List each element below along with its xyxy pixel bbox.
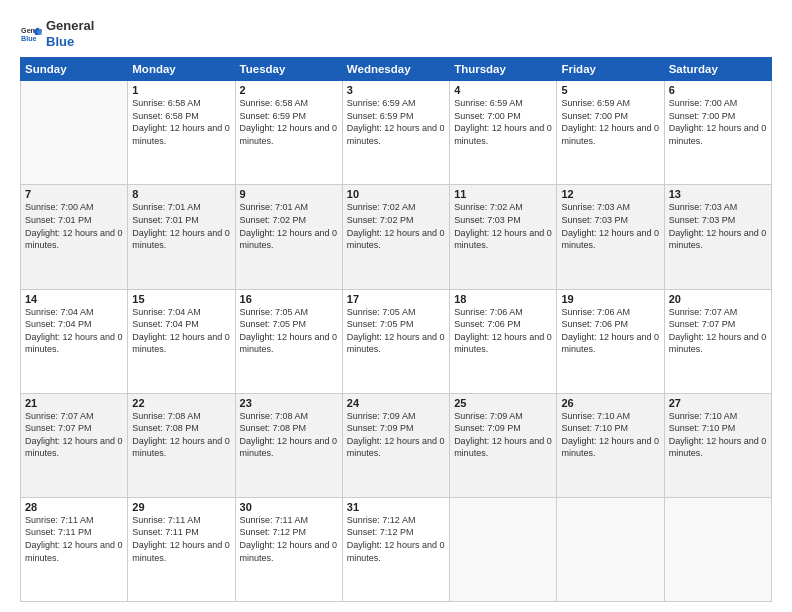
day-info: Sunrise: 7:09 AMSunset: 7:09 PMDaylight:…	[347, 410, 445, 460]
svg-text:Blue: Blue	[21, 34, 37, 42]
day-number: 16	[240, 293, 338, 305]
calendar-cell	[450, 497, 557, 601]
weekday-header: Tuesday	[235, 58, 342, 81]
weekday-header: Monday	[128, 58, 235, 81]
weekday-header: Wednesday	[342, 58, 449, 81]
day-number: 31	[347, 501, 445, 513]
calendar-cell: 15Sunrise: 7:04 AMSunset: 7:04 PMDayligh…	[128, 289, 235, 393]
calendar-cell: 30Sunrise: 7:11 AMSunset: 7:12 PMDayligh…	[235, 497, 342, 601]
logo-text: General Blue	[46, 18, 94, 49]
day-number: 3	[347, 84, 445, 96]
logo-icon: General Blue	[20, 23, 42, 45]
calendar-cell: 11Sunrise: 7:02 AMSunset: 7:03 PMDayligh…	[450, 185, 557, 289]
calendar-cell: 16Sunrise: 7:05 AMSunset: 7:05 PMDayligh…	[235, 289, 342, 393]
calendar-cell	[664, 497, 771, 601]
day-number: 30	[240, 501, 338, 513]
day-info: Sunrise: 7:04 AMSunset: 7:04 PMDaylight:…	[25, 306, 123, 356]
day-info: Sunrise: 7:11 AMSunset: 7:11 PMDaylight:…	[25, 514, 123, 564]
day-number: 7	[25, 188, 123, 200]
calendar-cell: 5Sunrise: 6:59 AMSunset: 7:00 PMDaylight…	[557, 81, 664, 185]
day-info: Sunrise: 7:11 AMSunset: 7:11 PMDaylight:…	[132, 514, 230, 564]
calendar-cell: 26Sunrise: 7:10 AMSunset: 7:10 PMDayligh…	[557, 393, 664, 497]
calendar-cell: 1Sunrise: 6:58 AMSunset: 6:58 PMDaylight…	[128, 81, 235, 185]
day-info: Sunrise: 7:05 AMSunset: 7:05 PMDaylight:…	[240, 306, 338, 356]
day-info: Sunrise: 7:06 AMSunset: 7:06 PMDaylight:…	[454, 306, 552, 356]
day-number: 25	[454, 397, 552, 409]
day-info: Sunrise: 6:59 AMSunset: 6:59 PMDaylight:…	[347, 97, 445, 147]
day-info: Sunrise: 7:02 AMSunset: 7:03 PMDaylight:…	[454, 201, 552, 251]
calendar-cell: 28Sunrise: 7:11 AMSunset: 7:11 PMDayligh…	[21, 497, 128, 601]
day-number: 13	[669, 188, 767, 200]
calendar-cell: 31Sunrise: 7:12 AMSunset: 7:12 PMDayligh…	[342, 497, 449, 601]
calendar-cell: 3Sunrise: 6:59 AMSunset: 6:59 PMDaylight…	[342, 81, 449, 185]
day-info: Sunrise: 7:08 AMSunset: 7:08 PMDaylight:…	[132, 410, 230, 460]
day-number: 29	[132, 501, 230, 513]
calendar-cell: 18Sunrise: 7:06 AMSunset: 7:06 PMDayligh…	[450, 289, 557, 393]
day-info: Sunrise: 7:04 AMSunset: 7:04 PMDaylight:…	[132, 306, 230, 356]
calendar-cell: 10Sunrise: 7:02 AMSunset: 7:02 PMDayligh…	[342, 185, 449, 289]
day-number: 11	[454, 188, 552, 200]
calendar-table: SundayMondayTuesdayWednesdayThursdayFrid…	[20, 57, 772, 602]
calendar-cell	[21, 81, 128, 185]
calendar-cell: 14Sunrise: 7:04 AMSunset: 7:04 PMDayligh…	[21, 289, 128, 393]
calendar-cell: 19Sunrise: 7:06 AMSunset: 7:06 PMDayligh…	[557, 289, 664, 393]
day-info: Sunrise: 7:07 AMSunset: 7:07 PMDaylight:…	[25, 410, 123, 460]
calendar-cell: 8Sunrise: 7:01 AMSunset: 7:01 PMDaylight…	[128, 185, 235, 289]
day-info: Sunrise: 7:09 AMSunset: 7:09 PMDaylight:…	[454, 410, 552, 460]
day-info: Sunrise: 7:01 AMSunset: 7:01 PMDaylight:…	[132, 201, 230, 251]
day-number: 6	[669, 84, 767, 96]
day-info: Sunrise: 6:58 AMSunset: 6:59 PMDaylight:…	[240, 97, 338, 147]
calendar-cell: 29Sunrise: 7:11 AMSunset: 7:11 PMDayligh…	[128, 497, 235, 601]
day-number: 17	[347, 293, 445, 305]
day-info: Sunrise: 7:12 AMSunset: 7:12 PMDaylight:…	[347, 514, 445, 564]
day-info: Sunrise: 7:08 AMSunset: 7:08 PMDaylight:…	[240, 410, 338, 460]
day-number: 27	[669, 397, 767, 409]
calendar-cell: 7Sunrise: 7:00 AMSunset: 7:01 PMDaylight…	[21, 185, 128, 289]
calendar-cell: 27Sunrise: 7:10 AMSunset: 7:10 PMDayligh…	[664, 393, 771, 497]
day-info: Sunrise: 7:10 AMSunset: 7:10 PMDaylight:…	[669, 410, 767, 460]
day-number: 18	[454, 293, 552, 305]
page-header: General Blue General Blue	[20, 18, 772, 49]
day-info: Sunrise: 6:58 AMSunset: 6:58 PMDaylight:…	[132, 97, 230, 147]
day-info: Sunrise: 7:07 AMSunset: 7:07 PMDaylight:…	[669, 306, 767, 356]
day-info: Sunrise: 6:59 AMSunset: 7:00 PMDaylight:…	[454, 97, 552, 147]
day-number: 12	[561, 188, 659, 200]
calendar-cell: 20Sunrise: 7:07 AMSunset: 7:07 PMDayligh…	[664, 289, 771, 393]
day-info: Sunrise: 7:02 AMSunset: 7:02 PMDaylight:…	[347, 201, 445, 251]
day-info: Sunrise: 6:59 AMSunset: 7:00 PMDaylight:…	[561, 97, 659, 147]
day-number: 21	[25, 397, 123, 409]
calendar-cell: 2Sunrise: 6:58 AMSunset: 6:59 PMDaylight…	[235, 81, 342, 185]
day-info: Sunrise: 7:03 AMSunset: 7:03 PMDaylight:…	[669, 201, 767, 251]
day-number: 1	[132, 84, 230, 96]
calendar-cell: 13Sunrise: 7:03 AMSunset: 7:03 PMDayligh…	[664, 185, 771, 289]
calendar-cell: 6Sunrise: 7:00 AMSunset: 7:00 PMDaylight…	[664, 81, 771, 185]
weekday-header: Sunday	[21, 58, 128, 81]
day-number: 19	[561, 293, 659, 305]
day-info: Sunrise: 7:10 AMSunset: 7:10 PMDaylight:…	[561, 410, 659, 460]
day-number: 24	[347, 397, 445, 409]
logo: General Blue General Blue	[20, 18, 94, 49]
day-number: 4	[454, 84, 552, 96]
calendar-cell: 21Sunrise: 7:07 AMSunset: 7:07 PMDayligh…	[21, 393, 128, 497]
day-info: Sunrise: 7:06 AMSunset: 7:06 PMDaylight:…	[561, 306, 659, 356]
day-number: 20	[669, 293, 767, 305]
day-number: 22	[132, 397, 230, 409]
calendar-cell: 17Sunrise: 7:05 AMSunset: 7:05 PMDayligh…	[342, 289, 449, 393]
calendar-cell: 25Sunrise: 7:09 AMSunset: 7:09 PMDayligh…	[450, 393, 557, 497]
day-number: 26	[561, 397, 659, 409]
day-info: Sunrise: 7:03 AMSunset: 7:03 PMDaylight:…	[561, 201, 659, 251]
day-number: 15	[132, 293, 230, 305]
day-info: Sunrise: 7:00 AMSunset: 7:01 PMDaylight:…	[25, 201, 123, 251]
calendar-cell: 12Sunrise: 7:03 AMSunset: 7:03 PMDayligh…	[557, 185, 664, 289]
day-info: Sunrise: 7:00 AMSunset: 7:00 PMDaylight:…	[669, 97, 767, 147]
calendar-cell	[557, 497, 664, 601]
day-number: 5	[561, 84, 659, 96]
calendar-cell: 24Sunrise: 7:09 AMSunset: 7:09 PMDayligh…	[342, 393, 449, 497]
day-info: Sunrise: 7:05 AMSunset: 7:05 PMDaylight:…	[347, 306, 445, 356]
calendar-cell: 4Sunrise: 6:59 AMSunset: 7:00 PMDaylight…	[450, 81, 557, 185]
day-number: 9	[240, 188, 338, 200]
calendar-page: General Blue General Blue SundayMondayTu…	[0, 0, 792, 612]
day-info: Sunrise: 7:01 AMSunset: 7:02 PMDaylight:…	[240, 201, 338, 251]
weekday-header: Saturday	[664, 58, 771, 81]
day-info: Sunrise: 7:11 AMSunset: 7:12 PMDaylight:…	[240, 514, 338, 564]
